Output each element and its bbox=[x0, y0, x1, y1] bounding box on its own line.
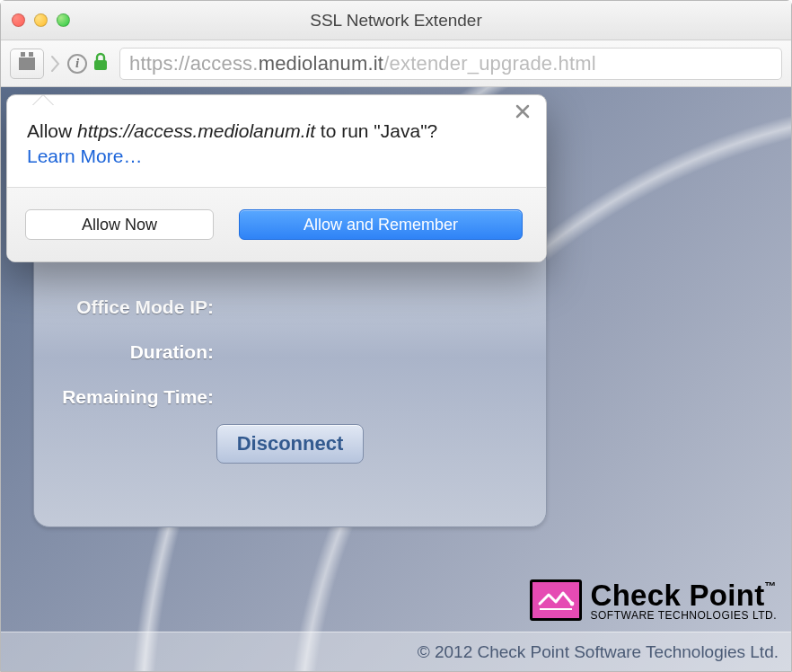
content-area: Office Mode IP: Duration: Remaining Time… bbox=[1, 87, 791, 671]
popup-msg-site: https://access.mediolanum.it bbox=[77, 120, 315, 141]
copyright-bar: © 2012 Check Point Software Technologies… bbox=[1, 632, 791, 671]
brand-text: Check Point™ SOFTWARE TECHNOLOGIES LTD. bbox=[591, 580, 777, 621]
copyright-text: © 2012 Check Point Software Technologies… bbox=[418, 642, 779, 662]
close-icon[interactable] bbox=[12, 13, 25, 27]
address-url: https://access.mediolanum.it/extender_up… bbox=[129, 52, 596, 75]
address-field[interactable]: https://access.mediolanum.it/extender_up… bbox=[119, 48, 782, 80]
svg-point-2 bbox=[569, 602, 574, 606]
url-host-prefix: access. bbox=[190, 52, 259, 75]
minimize-icon[interactable] bbox=[34, 13, 48, 27]
checkpoint-logo-icon bbox=[530, 579, 582, 621]
titlebar: SSL Network Extender bbox=[1, 1, 791, 40]
popup-button-bar: Allow Now Allow and Remember bbox=[7, 187, 546, 261]
lock-icon[interactable] bbox=[92, 52, 109, 75]
learn-more-link[interactable]: Learn More… bbox=[27, 146, 142, 167]
brand-name: Check Point™ bbox=[591, 580, 777, 610]
traffic-lights bbox=[12, 13, 70, 27]
allow-now-button[interactable]: Allow Now bbox=[25, 209, 214, 240]
label-remaining-time: Remaining Time: bbox=[56, 386, 214, 408]
svg-rect-0 bbox=[94, 60, 107, 70]
brand-sub: SOFTWARE TECHNOLOGIES LTD. bbox=[591, 610, 777, 621]
disconnect-button[interactable]: Disconnect bbox=[216, 424, 365, 464]
popup-msg-suffix: to run "Java"? bbox=[315, 120, 437, 141]
url-host-domain: mediolanum.it bbox=[259, 52, 384, 75]
url-bar: i https://access.mediolanum.it/extender_… bbox=[1, 40, 791, 87]
window-title: SSL Network Extender bbox=[1, 11, 791, 31]
brand-block: Check Point™ SOFTWARE TECHNOLOGIES LTD. bbox=[530, 579, 777, 621]
url-path: /extender_upgrade.html bbox=[383, 52, 596, 75]
info-icon[interactable]: i bbox=[67, 54, 87, 74]
chevron-right-icon bbox=[49, 49, 62, 79]
window-frame: SSL Network Extender i https://access.me… bbox=[0, 0, 792, 672]
url-scheme: https:// bbox=[129, 52, 190, 75]
plugin-permission-popup: Allow https://access.mediolanum.it to ru… bbox=[6, 94, 547, 262]
allow-and-remember-button[interactable]: Allow and Remember bbox=[239, 209, 523, 240]
popup-message: Allow https://access.mediolanum.it to ru… bbox=[27, 120, 526, 142]
site-identity-icon bbox=[19, 57, 35, 70]
zoom-icon[interactable] bbox=[57, 13, 70, 27]
label-office-mode-ip: Office Mode IP: bbox=[56, 296, 214, 318]
close-popup-button[interactable] bbox=[515, 104, 535, 124]
site-identity-button[interactable] bbox=[10, 49, 44, 79]
popup-msg-prefix: Allow bbox=[27, 120, 77, 141]
label-duration: Duration: bbox=[56, 341, 214, 363]
